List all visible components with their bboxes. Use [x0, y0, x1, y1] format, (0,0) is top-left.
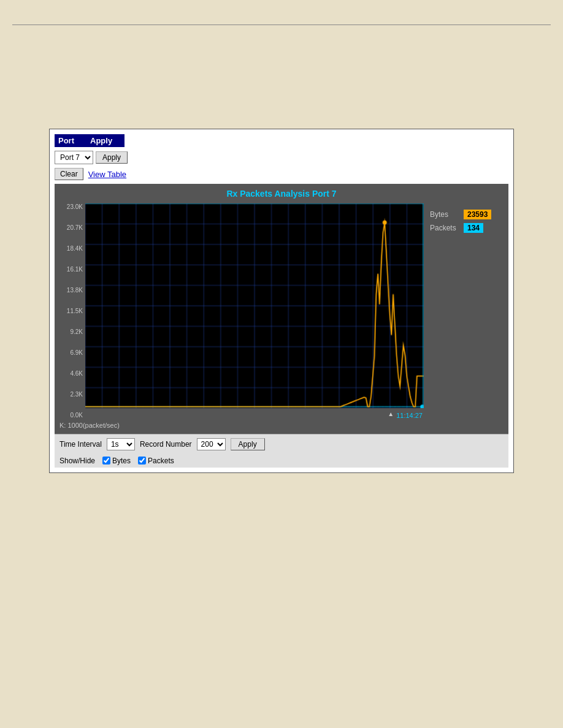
show-hide-label: Show/Hide — [59, 457, 95, 465]
time-interval-select[interactable]: 1s 5s 10s 30s 1m — [107, 438, 135, 450]
y-label-6: 9.2K — [59, 328, 83, 335]
y-label-1: 20.7K — [59, 224, 83, 231]
panel: Port Apply Port 7 Port 1 Port 2 Port 3 P… — [49, 129, 514, 473]
chart-legend: Bytes 23593 Packets 134 — [430, 203, 504, 419]
y-label-0: 23.0K — [59, 203, 83, 210]
clear-button[interactable]: Clear — [55, 168, 83, 180]
record-number-select[interactable]: 200 50 100 500 — [197, 438, 226, 450]
y-label-4: 13.8K — [59, 287, 83, 294]
action-row: Clear View Table — [55, 168, 508, 180]
bytes-checkbox-label[interactable]: Bytes — [102, 457, 131, 465]
show-hide-row: Show/Hide Bytes Packets — [55, 454, 508, 468]
y-label-5: 11.5K — [59, 308, 83, 314]
bytes-checkbox[interactable] — [102, 457, 110, 464]
controls-row: Time Interval 1s 5s 10s 30s 1m Record Nu… — [55, 434, 508, 454]
controls-apply-button[interactable]: Apply — [231, 438, 265, 450]
packets-legend-row: Packets 134 — [430, 223, 504, 233]
time-label: 11:14:27 — [396, 412, 424, 419]
packets-checkbox-label[interactable]: Packets — [138, 457, 174, 465]
main-container: Port Apply Port 7 Port 1 Port 2 Port 3 P… — [49, 129, 514, 473]
packets-checkbox[interactable] — [138, 457, 146, 464]
port-column-header: Port — [55, 134, 86, 147]
packets-legend-label: Packets — [430, 224, 464, 232]
packets-legend-value: 134 — [464, 223, 483, 233]
chart-title: Rx Packets Analysis Port 7 — [59, 189, 504, 199]
port-row: Port 7 Port 1 Port 2 Port 3 Port 4 Port … — [55, 151, 508, 164]
k-note: K: 1000(packet/sec) — [59, 422, 504, 429]
y-label-2: 18.4K — [59, 245, 83, 252]
y-label-8: 4.6K — [59, 370, 83, 377]
top-divider — [12, 25, 551, 25]
apply-column-header: Apply — [86, 134, 124, 147]
record-number-label: Record Number — [140, 440, 192, 449]
port-header: Port Apply — [55, 134, 508, 147]
bytes-legend-value: 23593 — [464, 210, 491, 219]
y-axis: 23.0K 20.7K 18.4K 16.1K 13.8K 11.5K 9.2K… — [59, 203, 85, 419]
y-label-10: 0.0K — [59, 412, 83, 419]
port-select[interactable]: Port 7 Port 1 Port 2 Port 3 Port 4 Port … — [55, 151, 93, 164]
rx-chart-canvas — [85, 203, 424, 408]
time-interval-label: Time Interval — [59, 440, 102, 449]
y-label-9: 2.3K — [59, 391, 83, 398]
view-table-link[interactable]: View Table — [88, 170, 126, 179]
bytes-legend-label: Bytes — [430, 210, 464, 219]
graph-and-legend: ▲ 11:14:27 Bytes 23593 Packets 134 — [85, 203, 504, 419]
y-label-3: 16.1K — [59, 266, 83, 273]
y-label-7: 6.9K — [59, 349, 83, 356]
port-apply-button[interactable]: Apply — [96, 151, 128, 164]
chart-area: 23.0K 20.7K 18.4K 16.1K 13.8K 11.5K 9.2K… — [59, 203, 504, 419]
bytes-legend-row: Bytes 23593 — [430, 210, 504, 219]
chart-container: Rx Packets Analysis Port 7 23.0K 20.7K 1… — [55, 184, 508, 434]
graph-wrapper: ▲ 11:14:27 — [85, 203, 424, 419]
